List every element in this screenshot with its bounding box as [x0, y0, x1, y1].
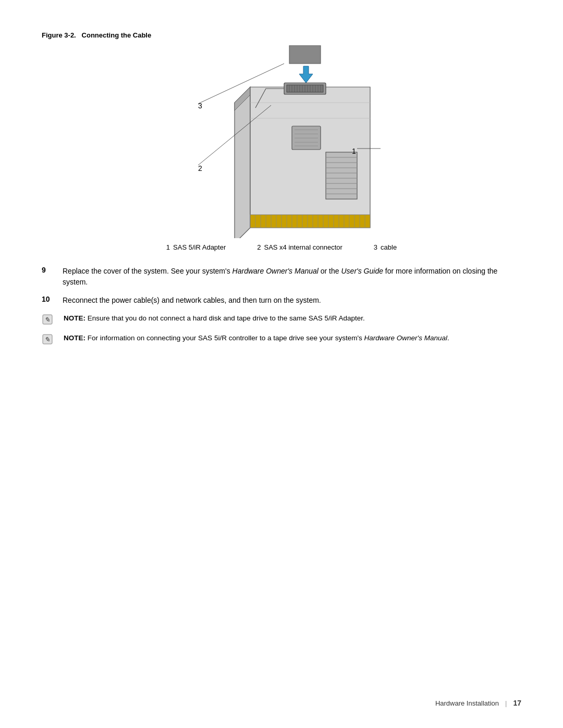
callout-text-2: SAS x4 internal connector: [264, 243, 342, 251]
callout-item-1: 1 SAS 5/iR Adapter: [166, 243, 226, 251]
figure-title: Connecting the Cable: [82, 31, 152, 39]
callout-item-2: 2 SAS x4 internal connector: [257, 243, 342, 251]
svg-marker-0: [235, 87, 250, 238]
callout-labels: 1 SAS 5/iR Adapter 2 SAS x4 internal con…: [42, 243, 521, 251]
figure-number: Figure 3-2.: [42, 31, 76, 39]
note-1-icon: ✎: [42, 314, 60, 327]
note-2-icon: ✎: [42, 334, 60, 347]
note-pencil-icon-2: ✎: [42, 334, 53, 345]
diagram-container: 3 1 2: [130, 45, 433, 238]
figure-section: Figure 3-2. Connecting the Cable 3 1 2: [42, 31, 521, 251]
step-9-row: 9 Replace the cover of the system. See y…: [42, 266, 521, 288]
note-1-label: NOTE:: [64, 314, 85, 322]
svg-rect-28: [289, 45, 321, 64]
step-10-text: Reconnect the power cable(s) and network…: [63, 295, 521, 306]
callout-2-label: 2: [198, 164, 202, 172]
hardware-diagram: [130, 45, 433, 238]
svg-rect-5: [250, 215, 370, 228]
svg-text:✎: ✎: [44, 336, 50, 343]
callout-num-2: 2: [257, 243, 261, 251]
svg-marker-41: [299, 66, 313, 83]
figure-label: Figure 3-2. Connecting the Cable: [42, 31, 521, 39]
note-2-row: ✎ NOTE: For information on connecting yo…: [42, 333, 521, 347]
callout-text-1: SAS 5/iR Adapter: [173, 243, 226, 251]
footer-section: Hardware Installation: [435, 699, 499, 707]
svg-text:✎: ✎: [44, 316, 50, 324]
footer-divider: |: [505, 699, 507, 707]
steps-section: 9 Replace the cover of the system. See y…: [42, 266, 521, 347]
callout-num-3: 3: [374, 243, 377, 251]
callout-item-3: 3 cable: [374, 243, 397, 251]
note-pencil-icon-1: ✎: [42, 314, 53, 325]
note-2-label: NOTE:: [64, 334, 85, 342]
callout-1-label: 1: [352, 147, 356, 155]
callout-3-label: 3: [198, 102, 202, 110]
step-9-number: 9: [42, 266, 63, 274]
svg-rect-63: [326, 152, 357, 199]
note-2-text: NOTE: For information on connecting your…: [64, 333, 521, 343]
note-1-row: ✎ NOTE: Ensure that you do not connect a…: [42, 313, 521, 327]
step-10-number: 10: [42, 295, 63, 303]
step-10-row: 10 Reconnect the power cable(s) and netw…: [42, 295, 521, 306]
callout-num-1: 1: [166, 243, 170, 251]
footer: Hardware Installation | 17: [435, 699, 521, 707]
callout-text-3: cable: [381, 243, 397, 251]
note-1-text: NOTE: Ensure that you do not connect a h…: [64, 313, 521, 324]
step-9-text: Replace the cover of the system. See you…: [63, 266, 521, 288]
page-container: Figure 3-2. Connecting the Cable 3 1 2: [0, 0, 563, 728]
footer-page: 17: [513, 699, 521, 707]
